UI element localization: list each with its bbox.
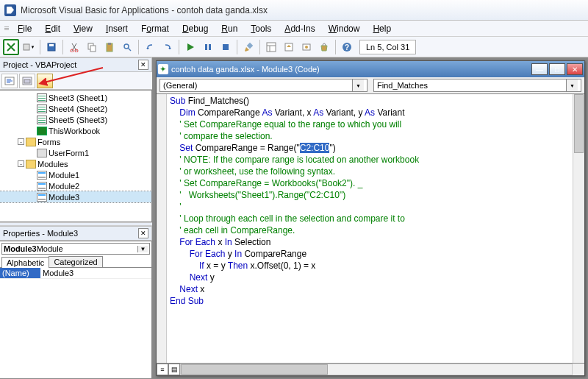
tree-modules-folder[interactable]: -Modules bbox=[0, 158, 151, 169]
toggle-folders-button[interactable] bbox=[37, 74, 53, 88]
run-button[interactable] bbox=[182, 39, 198, 55]
cut-button[interactable] bbox=[66, 39, 82, 55]
mdi-area: ✦ contoh data ganda.xlsx - Module3 (Code… bbox=[153, 57, 588, 379]
menu-tools[interactable]: Tools bbox=[245, 22, 277, 35]
tree-label: Module2 bbox=[49, 182, 79, 191]
project-tree[interactable]: Sheet3 (Sheet1) Sheet4 (Sheet2) Sheet5 (… bbox=[0, 90, 152, 222]
scrollbar-thumb[interactable] bbox=[574, 94, 584, 153]
svg-rect-6 bbox=[90, 46, 96, 52]
code-window-titlebar[interactable]: ✦ contoh data ganda.xlsx - Module3 (Code… bbox=[157, 61, 584, 77]
project-toolbar bbox=[0, 72, 152, 90]
tab-alphabetic[interactable]: Alphabetic bbox=[1, 257, 49, 268]
close-button[interactable]: ✕ bbox=[567, 63, 583, 75]
svg-text:?: ? bbox=[345, 43, 349, 52]
view-excel-button[interactable] bbox=[3, 39, 19, 55]
project-explorer-button[interactable] bbox=[263, 39, 279, 55]
view-code-button[interactable] bbox=[1, 74, 18, 88]
properties-button[interactable] bbox=[281, 39, 297, 55]
procedure-view-button[interactable]: ≡ bbox=[157, 364, 168, 375]
tree-sheet5[interactable]: Sheet5 (Sheet3) bbox=[0, 114, 151, 125]
menu-window[interactable]: Window bbox=[323, 22, 366, 35]
menu-insert[interactable]: Insert bbox=[100, 22, 134, 35]
object-browser-button[interactable] bbox=[298, 39, 315, 55]
menu-format[interactable]: Format bbox=[135, 22, 175, 35]
cursor-position: Ln 5, Col 31 bbox=[359, 40, 416, 54]
menu-edit[interactable]: Edit bbox=[39, 22, 66, 35]
module-icon bbox=[37, 193, 47, 202]
save-button[interactable] bbox=[43, 39, 60, 55]
separator bbox=[62, 40, 63, 54]
folder-icon bbox=[26, 160, 36, 169]
tree-forms-folder[interactable]: -Forms bbox=[0, 136, 151, 147]
paste-button[interactable] bbox=[101, 39, 118, 55]
scroll-corner bbox=[573, 364, 584, 375]
object-combo[interactable]: (General)▼ bbox=[159, 79, 368, 92]
folder-icon bbox=[26, 138, 36, 146]
property-row[interactable]: (Name) Module3 bbox=[0, 268, 151, 279]
tree-module1[interactable]: Module1 bbox=[0, 169, 151, 180]
tree-userform1[interactable]: UserForm1 bbox=[0, 147, 151, 158]
collapse-icon[interactable]: - bbox=[18, 160, 24, 167]
menu-run[interactable]: Run bbox=[215, 22, 243, 35]
tree-label: Modules bbox=[37, 160, 68, 169]
properties-object-combo[interactable]: Module3 Module▼ bbox=[1, 243, 150, 255]
undo-button[interactable] bbox=[142, 39, 158, 55]
svg-rect-15 bbox=[267, 43, 276, 52]
workbook-icon bbox=[37, 127, 47, 135]
find-button[interactable] bbox=[119, 39, 135, 55]
code-body: Sub Find_Matches() Dim CompareRange As V… bbox=[157, 93, 584, 364]
toolbar: ▼ ? Ln 5, Col 31 bbox=[0, 37, 588, 57]
tree-sheet3[interactable]: Sheet3 (Sheet1) bbox=[0, 92, 151, 103]
minimize-button[interactable]: — bbox=[531, 63, 548, 75]
code-gutter[interactable] bbox=[157, 94, 167, 363]
code-editor[interactable]: Sub Find_Matches() Dim CompareRange As V… bbox=[167, 94, 573, 363]
dropdown-icon[interactable]: ▼ bbox=[137, 246, 148, 252]
design-mode-button[interactable] bbox=[240, 39, 257, 55]
tree-label: ThisWorkbook bbox=[49, 127, 100, 135]
menu-help[interactable]: Help bbox=[367, 22, 397, 35]
scrollbar-thumb[interactable] bbox=[181, 364, 328, 375]
dropdown-icon[interactable]: ▼ bbox=[352, 79, 364, 91]
tree-label: UserForm1 bbox=[49, 149, 89, 157]
svg-point-20 bbox=[305, 46, 308, 49]
menu-file[interactable]: FFileile bbox=[12, 22, 37, 35]
insert-dropdown-button[interactable]: ▼ bbox=[21, 39, 37, 55]
view-object-button[interactable] bbox=[19, 74, 35, 88]
help-button[interactable]: ? bbox=[339, 39, 355, 55]
vertical-scrollbar[interactable] bbox=[573, 94, 584, 363]
property-value[interactable]: Module3 bbox=[40, 268, 151, 278]
horizontal-scrollbar[interactable] bbox=[180, 364, 573, 375]
properties-pane-title: Properties - Module3 ✕ bbox=[0, 226, 152, 241]
menubar-grip[interactable] bbox=[4, 26, 9, 30]
tab-categorized[interactable]: Categorized bbox=[49, 256, 102, 267]
tree-module3[interactable]: Module3 bbox=[0, 191, 151, 202]
reset-button[interactable] bbox=[218, 39, 234, 55]
tree-label: Sheet5 (Sheet3) bbox=[49, 116, 107, 124]
properties-pane-close-button[interactable]: ✕ bbox=[138, 228, 148, 238]
sheet-icon bbox=[37, 105, 47, 113]
full-module-view-button[interactable]: ▤ bbox=[168, 364, 180, 375]
tree-sheet4[interactable]: Sheet4 (Sheet2) bbox=[0, 103, 151, 114]
menu-addins[interactable]: Add-Ins bbox=[279, 22, 320, 35]
tree-thisworkbook[interactable]: ThisWorkbook bbox=[0, 125, 151, 136]
dropdown-icon[interactable]: ▼ bbox=[566, 79, 578, 91]
project-pane-close-button[interactable]: ✕ bbox=[138, 60, 148, 70]
combo-object-name: Module3 bbox=[4, 244, 37, 253]
svg-line-10 bbox=[128, 48, 131, 51]
collapse-icon[interactable]: - bbox=[18, 138, 24, 145]
toolbox-button[interactable] bbox=[316, 39, 332, 55]
maximize-button[interactable]: □ bbox=[549, 63, 565, 75]
svg-rect-29 bbox=[24, 79, 30, 83]
code-combos: (General)▼ Find_Matches▼ bbox=[157, 77, 584, 93]
menu-debug[interactable]: Debug bbox=[176, 22, 214, 35]
copy-button[interactable] bbox=[84, 39, 100, 55]
redo-button[interactable] bbox=[159, 39, 176, 55]
procedure-combo[interactable]: Find_Matches▼ bbox=[373, 79, 581, 92]
code-footer: ≡ ▤ bbox=[157, 364, 584, 375]
combo-text: (General) bbox=[163, 81, 197, 90]
menu-view[interactable]: View bbox=[68, 22, 98, 35]
break-button[interactable] bbox=[200, 39, 216, 55]
tree-module2[interactable]: Module2 bbox=[0, 180, 151, 191]
properties-grid[interactable]: (Name) Module3 bbox=[0, 268, 151, 279]
menubar: FFileile Edit View Insert Format Debug R… bbox=[0, 21, 588, 37]
